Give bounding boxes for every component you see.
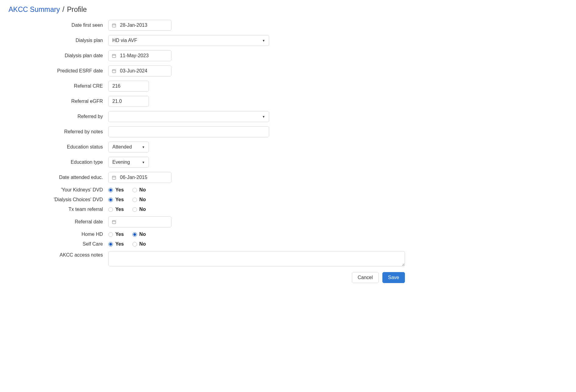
row-dialysis-choices-dvd: 'Dialysis Choices' DVD Yes No [9,197,567,202]
chevron-down-icon: ▼ [142,161,145,164]
label-education-status: Education status [9,144,108,150]
radio-icon [108,207,113,212]
calendar-icon [112,220,116,224]
calendar-icon [112,23,116,28]
radio-icon [108,232,113,237]
radio-icon [132,232,137,237]
label-referred-by-notes: Referred by notes [9,129,108,135]
row-education-type: Education type Evening ▼ [9,157,567,168]
row-referred-by: Referred by ▼ [9,111,567,122]
save-button[interactable]: Save [382,272,405,283]
self-care-yes[interactable]: Yes [108,241,124,247]
your-kidneys-dvd-no[interactable]: No [132,187,146,193]
label-self-care: Self Care [9,241,108,247]
radio-icon [108,188,113,192]
your-kidneys-dvd-yes[interactable]: Yes [108,187,124,193]
education-status-value: Attended [112,144,132,150]
breadcrumb-link-akcc-summary[interactable]: AKCC Summary [9,5,60,13]
row-date-first-seen: Date first seen 28-Jan-2013 [9,20,567,31]
tx-team-referral-radio-group: Yes No [108,207,567,212]
home-hd-yes[interactable]: Yes [108,232,124,237]
radio-label-yes: Yes [115,207,124,212]
tx-team-referral-no[interactable]: No [132,207,146,212]
label-referred-by: Referred by [9,114,108,119]
date-first-seen-value: 28-Jan-2013 [120,23,147,28]
label-your-kidneys-dvd: 'Your Kidneys' DVD [9,187,108,193]
label-date-attended-educ: Date attended educ. [9,175,108,180]
svg-rect-8 [112,69,116,72]
row-predicted-esrf-date: Predicted ESRF date 03-Jun-2024 [9,65,567,76]
svg-rect-4 [112,54,116,57]
label-akcc-access-notes: AKCC access notes [9,251,108,258]
self-care-radio-group: Yes No [108,241,567,247]
dialysis-plan-select[interactable]: HD via AVF ▼ [108,35,269,46]
dialysis-choices-dvd-no[interactable]: No [132,197,146,202]
label-dialysis-choices-dvd: 'Dialysis Choices' DVD [9,197,108,202]
radio-label-no: No [139,241,146,247]
radio-label-yes: Yes [115,232,124,237]
label-referral-date: Referral date [9,219,108,225]
radio-icon [132,198,137,202]
label-education-type: Education type [9,159,108,165]
tx-team-referral-yes[interactable]: Yes [108,207,124,212]
dialysis-choices-dvd-yes[interactable]: Yes [108,197,124,202]
row-dialysis-plan-date: Dialysis plan date 11-May-2023 [9,50,567,61]
calendar-icon [112,175,116,180]
label-referral-cre: Referral CRE [9,83,108,89]
referred-by-select[interactable]: ▼ [108,111,269,122]
radio-icon [132,188,137,192]
calendar-icon [112,69,116,73]
svg-rect-12 [112,176,116,179]
referral-egfr-input[interactable] [108,96,149,107]
self-care-no[interactable]: No [132,241,146,247]
breadcrumb: AKCC Summary / Profile [9,5,567,14]
date-attended-educ-input[interactable]: 06-Jan-2015 [108,172,171,183]
label-home-hd: Home HD [9,232,108,237]
label-dialysis-plan: Dialysis plan [9,38,108,43]
radio-label-yes: Yes [115,187,124,193]
dialysis-choices-dvd-radio-group: Yes No [108,197,567,202]
row-your-kidneys-dvd: 'Your Kidneys' DVD Yes No [9,187,567,193]
row-referred-by-notes: Referred by notes [9,126,567,137]
education-type-select[interactable]: Evening ▼ [108,157,149,168]
row-akcc-access-notes: AKCC access notes [9,251,567,267]
referral-cre-input[interactable] [108,81,149,92]
akcc-access-notes-input[interactable] [108,251,405,266]
cancel-button[interactable]: Cancel [352,272,379,283]
radio-icon [108,242,113,247]
chevron-down-icon: ▼ [142,145,145,149]
radio-icon [132,242,137,247]
svg-rect-16 [112,220,116,223]
predicted-esrf-date-input[interactable]: 03-Jun-2024 [108,65,171,76]
label-dialysis-plan-date: Dialysis plan date [9,53,108,58]
label-tx-team-referral: Tx team referral [9,207,108,212]
chevron-down-icon: ▼ [262,39,265,42]
date-first-seen-input[interactable]: 28-Jan-2013 [108,20,171,31]
referral-date-input[interactable] [108,216,171,227]
radio-label-yes: Yes [115,241,124,247]
your-kidneys-dvd-radio-group: Yes No [108,187,567,193]
radio-icon [132,207,137,212]
row-education-status: Education status Attended ▼ [9,142,567,152]
row-self-care: Self Care Yes No [9,241,567,247]
row-dialysis-plan: Dialysis plan HD via AVF ▼ [9,35,567,46]
dialysis-plan-date-input[interactable]: 11-May-2023 [108,50,171,61]
dialysis-plan-date-value: 11-May-2023 [120,53,149,58]
date-attended-educ-value: 06-Jan-2015 [120,175,147,180]
row-date-attended-educ: Date attended educ. 06-Jan-2015 [9,172,567,183]
radio-label-yes: Yes [115,197,124,202]
row-home-hd: Home HD Yes No [9,232,567,237]
row-tx-team-referral: Tx team referral Yes No [9,207,567,212]
breadcrumb-separator: / [62,5,64,13]
radio-label-no: No [139,207,146,212]
radio-label-no: No [139,197,146,202]
label-predicted-esrf-date: Predicted ESRF date [9,68,108,74]
label-referral-egfr: Referral eGFR [9,99,108,104]
education-status-select[interactable]: Attended ▼ [108,142,149,152]
referred-by-notes-input[interactable] [108,126,269,137]
dialysis-plan-value: HD via AVF [112,38,137,43]
svg-rect-0 [112,24,116,27]
home-hd-no[interactable]: No [132,232,146,237]
radio-label-no: No [139,187,146,193]
predicted-esrf-date-value: 03-Jun-2024 [120,68,147,74]
